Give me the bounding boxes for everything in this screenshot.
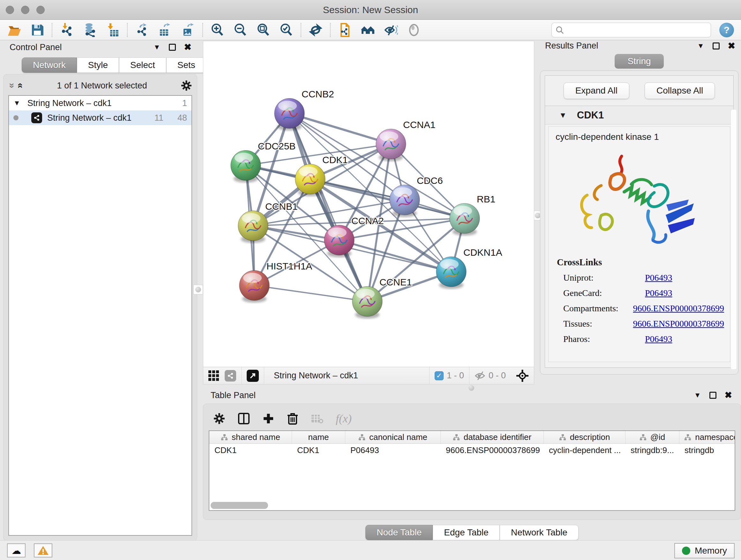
tab-select[interactable]: Select [119,57,166,73]
export-network-icon[interactable] [135,23,149,37]
column-header-database-identifier[interactable]: database identifier [441,431,544,443]
tab-node-table[interactable]: Node Table [365,525,433,540]
network-canvas[interactable]: CCNB2CCNA1CDC25BCDK1CDC6RB1CCNB1CCNA2CDK… [203,41,535,367]
search-input[interactable] [567,25,707,35]
save-session-icon[interactable] [30,23,45,37]
tissues-link[interactable]: 9606.ENSP00000378699 [633,319,724,329]
collection-expand-icon[interactable]: ▼ [13,99,20,107]
collapse-all-button[interactable]: Collapse All [645,82,715,99]
column-header--id[interactable]: @id [625,431,679,443]
memory-status-dot [682,547,690,555]
string-results-box: Expand All Collapse All ▼ CDK1 cyclin-de… [540,71,738,374]
pharos-link[interactable]: P06493 [645,334,672,344]
results-panel: Results Panel ▼ ✖ String Expand All Coll… [540,41,738,384]
window-title: Session: New Session [0,4,741,15]
gene-collapse-icon[interactable]: ▼ [559,111,567,120]
node-table: shared namenamecanonical namedatabase id… [209,430,735,511]
network-collection-row[interactable]: ▼ String Network – cdk1 1 [9,96,192,111]
warnings-button[interactable] [34,543,52,557]
show-columns-icon[interactable] [238,412,250,425]
import-network-icon[interactable] [59,23,74,37]
node-label-RB1: RB1 [477,194,495,204]
table-row[interactable]: CDK1CDK1P064939606.ENSP00000378699cyclin… [209,444,735,456]
network-options-gear-icon[interactable] [181,80,192,91]
network-node-HIST1H1A[interactable]: HIST1H1A [239,261,312,303]
collection-count: 1 [182,98,187,108]
close-panel-icon[interactable]: ✖ [184,43,192,52]
return-home-icon[interactable] [360,23,375,37]
column-header-namespace[interactable]: namespace [679,431,735,443]
zoom-fit-icon[interactable] [256,23,271,37]
string-style-icon[interactable] [225,370,236,381]
float-panel-icon[interactable] [710,392,717,399]
panel-menu-icon[interactable]: ▼ [694,391,701,399]
tab-string[interactable]: String [615,54,664,69]
results-scrollbar[interactable] [731,109,737,370]
table-horizontal-scrollbar[interactable] [211,502,268,509]
column-header-description[interactable]: description [544,431,625,443]
fit-content-crosshair-icon[interactable] [516,369,529,382]
node-label-CCNB2: CCNB2 [301,89,334,99]
open-in-window-icon[interactable] [247,370,259,382]
column-type-icon [453,434,460,441]
import-network-from-database-icon[interactable] [82,23,97,37]
tab-style[interactable]: Style [77,57,119,73]
collapse-all-networks-icon[interactable]: « [5,83,16,88]
tab-network[interactable]: Network [22,57,77,73]
import-table-icon[interactable] [105,23,120,37]
node-label-CCNA1: CCNA1 [403,119,435,130]
panel-menu-icon[interactable]: ▼ [153,43,160,51]
zoom-out-icon[interactable] [233,23,248,37]
network-node-RB1[interactable]: RB1 [450,194,495,236]
panel-menu-icon[interactable]: ▼ [697,42,704,50]
close-panel-icon[interactable]: ✖ [725,391,732,400]
network-edge-HIST1H1A-CCNE1[interactable] [254,286,367,301]
cloud-status-button[interactable]: ☁ [7,543,25,557]
crosslinks-section: CrossLinks Uniprot: P06493 GeneCard: P06… [554,257,724,344]
tab-network-table[interactable]: Network Table [500,525,579,540]
hide-glass-eye-icon[interactable] [384,23,398,37]
zoom-in-icon[interactable] [210,23,225,37]
table-toolbar: f(x) [209,407,735,430]
string-import-icon[interactable] [338,23,352,37]
column-header-shared-name[interactable]: shared name [209,431,292,443]
network-node-CCNE1[interactable]: CCNE1 [352,277,412,319]
network-view-toolbar: String Network – cdk1 ✓ 1 - 0 0 - 0 [203,367,534,384]
toolbar-search [551,23,711,37]
delete-column-trash-icon[interactable] [286,412,299,425]
network-node-CCNA1[interactable]: CCNA1 [376,119,435,161]
memory-button[interactable]: Memory [674,543,735,558]
left-splitter-handle[interactable] [193,285,203,294]
column-header-canonical-name[interactable]: canonical name [345,431,441,443]
expand-all-button[interactable]: Expand All [563,82,629,99]
float-panel-icon[interactable] [169,44,176,51]
tab-sets[interactable]: Sets [166,57,206,73]
collection-name: String Network – cdk1 [27,98,112,108]
column-header-name[interactable]: name [292,431,345,443]
crosslinks-title: CrossLinks [554,257,724,267]
selected-checkbox-icon[interactable]: ✓ [434,371,444,380]
genecard-link[interactable]: P06493 [645,288,672,298]
search-icon [556,26,564,34]
export-image-icon[interactable] [181,23,195,37]
birds-eye-view-icon[interactable] [208,370,219,381]
network-row-selected[interactable]: String Network – cdk1 11 48 [9,111,192,125]
table-options-gear-icon[interactable] [213,413,225,425]
uniprot-link[interactable]: P06493 [645,273,672,283]
add-column-icon[interactable] [262,413,274,425]
expand-all-networks-icon[interactable]: « [15,83,26,88]
zoom-selected-icon[interactable] [279,23,293,37]
network-node-CDC25B[interactable]: CDC25B [231,141,295,183]
close-panel-icon[interactable]: ✖ [728,42,735,51]
gene-section: ▼ CDK1 cyclin-dependent kinase 1 [545,106,734,368]
show-glass-eye-icon[interactable] [407,23,421,37]
float-panel-icon[interactable] [713,43,720,50]
crosslink-row: Uniprot: P06493 [554,273,724,283]
refresh-icon[interactable] [308,23,323,37]
compartments-link[interactable]: 9606.ENSP00000378699 [633,303,724,314]
tab-edge-table[interactable]: Edge Table [433,525,500,540]
network-node-CDKN1A[interactable]: CDKN1A [436,247,502,289]
help-icon[interactable]: ? [719,23,734,37]
open-session-icon[interactable] [7,23,22,37]
export-table-icon[interactable] [158,23,172,37]
